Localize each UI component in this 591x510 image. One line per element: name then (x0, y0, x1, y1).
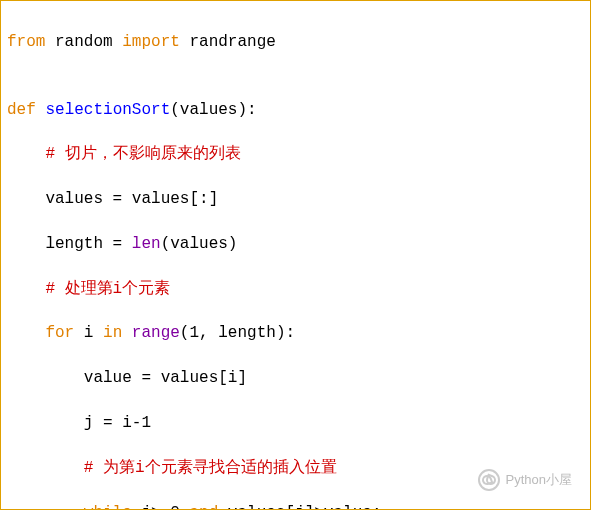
wechat-icon (478, 469, 500, 491)
comment-line: # 处理第i个元素 (7, 278, 584, 300)
import-name: randrange (189, 33, 275, 51)
code-line: j = i-1 (7, 412, 584, 434)
builtin-len: len (132, 235, 161, 253)
keyword-import: import (122, 33, 180, 51)
signature: (values): (170, 101, 256, 119)
code-block: from random import randrange def selecti… (0, 0, 591, 510)
watermark: Python小屋 (478, 469, 572, 491)
comment-line: # 切片，不影响原来的列表 (7, 143, 584, 165)
keyword-in: in (103, 324, 122, 342)
code-line: for i in range(1, length): (7, 322, 584, 344)
code-line: values = values[:] (7, 188, 584, 210)
code-line: def selectionSort(values): (7, 99, 584, 121)
keyword-for: for (45, 324, 74, 342)
code-line: value = values[i] (7, 367, 584, 389)
keyword-and: and (189, 504, 218, 510)
watermark-text: Python小屋 (506, 471, 572, 489)
module-name: random (55, 33, 113, 51)
builtin-range: range (132, 324, 180, 342)
code-line: length = len(values) (7, 233, 584, 255)
function-name: selectionSort (45, 101, 170, 119)
code-line: from random import randrange (7, 31, 584, 53)
keyword-from: from (7, 33, 45, 51)
keyword-def: def (7, 101, 36, 119)
keyword-while: while (84, 504, 132, 510)
code-line: while j>=0 and values[j]>value: (7, 502, 584, 510)
